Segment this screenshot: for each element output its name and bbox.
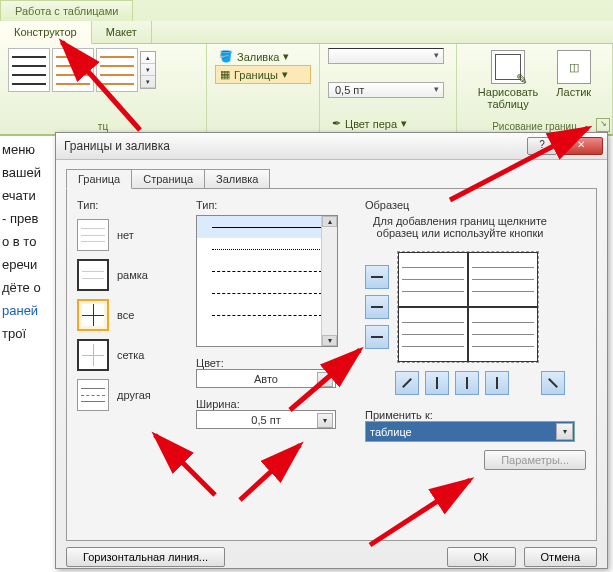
dialog-launcher[interactable]: ↘ (596, 118, 610, 132)
style-thumb[interactable] (96, 48, 138, 92)
style-thumb[interactable] (52, 48, 94, 92)
draw-table-icon: ✎ (491, 50, 525, 84)
pen-style-dropdown[interactable] (328, 48, 444, 64)
apply-to-combo[interactable]: таблице (365, 421, 575, 442)
dialog-tabs: Граница Страница Заливка (66, 168, 607, 188)
type-grid-icon (77, 339, 109, 371)
pen-weight-dropdown[interactable]: 0,5 пт (328, 82, 444, 98)
dialog-footer: Горизонтальная линия... ОК Отмена (56, 541, 607, 572)
color-combo[interactable]: Авто (196, 369, 336, 388)
document-text: менювашейечати- прево в тоеречидёте оран… (0, 138, 57, 345)
width-value: 0,5 пт (251, 414, 280, 426)
tab-layout[interactable]: Макет (92, 21, 152, 43)
horizontal-line-button[interactable]: Горизонтальная линия... (66, 547, 225, 567)
pen-color-label: Цвет пера (345, 118, 397, 130)
preview-hint: Для добавления границ щелкните образец и… (365, 215, 555, 239)
draw-table-button[interactable]: ✎ Нарисовать таблицу (472, 48, 544, 112)
border-diag-down-button[interactable] (395, 371, 419, 395)
gallery-spinner[interactable]: ▴▾▾ (140, 51, 156, 89)
style-column: Тип: Цвет: Авто Ширина: 0,5 пт (196, 199, 351, 530)
border-center-button[interactable] (455, 371, 479, 395)
cancel-button[interactable]: Отмена (524, 547, 597, 567)
style-gallery[interactable]: ▴▾▾ (8, 48, 198, 92)
type-none-label: нет (117, 229, 134, 241)
type-header: Тип: (77, 199, 182, 211)
tab-design[interactable]: Конструктор (0, 21, 92, 44)
group-label-draw: Рисование границ (492, 121, 577, 132)
pen-icon: ✒ (332, 117, 341, 130)
dialog-panel: Тип: нет рамка все сетка (66, 188, 597, 541)
type-custom-label: другая (117, 389, 151, 401)
borders-label: Границы (234, 69, 278, 81)
shading-button[interactable]: 🪣 Заливка ▾ (215, 48, 311, 65)
grid-icon: ▦ (220, 68, 230, 81)
border-middle-button[interactable] (365, 295, 389, 319)
type-all-label: все (117, 309, 134, 321)
context-tab-table-tools: Работа с таблицами (0, 0, 133, 21)
style-thumb[interactable] (8, 48, 50, 92)
type-all-icon (77, 299, 109, 331)
preview-header: Образец (365, 199, 586, 211)
type-custom[interactable]: другая (77, 379, 182, 411)
borders-shading-dialog: Границы и заливка ? ✕ Граница Страница З… (55, 132, 608, 569)
ribbon: Работа с таблицами Конструктор Макет ▴▾▾… (0, 0, 613, 136)
group-pen: 0,5 пт ✒ Цвет пера ▾ (320, 44, 457, 134)
color-label: Цвет: (196, 357, 351, 369)
preview-h-buttons (365, 265, 389, 349)
ribbon-body: ▴▾▾ тц 🪣 Заливка ▾ ▦ Границы ▾ 0,5 пт ✒ … (0, 44, 613, 135)
ok-button[interactable]: ОК (447, 547, 516, 567)
apply-value: таблице (370, 426, 412, 438)
style-header: Тип: (196, 199, 351, 211)
type-grid[interactable]: сетка (77, 339, 182, 371)
options-button[interactable]: Параметры... (484, 450, 586, 470)
dialog-tab-page[interactable]: Страница (131, 169, 205, 189)
eraser-button[interactable]: ◫ Ластик (550, 48, 597, 112)
eraser-icon: ◫ (557, 50, 591, 84)
type-box[interactable]: рамка (77, 259, 182, 291)
border-bottom-button[interactable] (365, 325, 389, 349)
preview-column: Образец Для добавления границ щелкните о… (365, 199, 586, 530)
listbox-scrollbar[interactable] (321, 216, 337, 346)
dialog-tab-fill[interactable]: Заливка (204, 169, 270, 189)
dialog-titlebar[interactable]: Границы и заливка ? ✕ (56, 133, 607, 160)
close-button[interactable]: ✕ (559, 137, 603, 155)
border-right-button[interactable] (485, 371, 509, 395)
width-combo[interactable]: 0,5 пт (196, 410, 336, 429)
type-none-icon (77, 219, 109, 251)
ribbon-tabs: Конструктор Макет (0, 21, 613, 44)
type-all[interactable]: все (77, 299, 182, 331)
type-none[interactable]: нет (77, 219, 182, 251)
dialog-title: Границы и заливка (64, 139, 170, 153)
draw-table-label: Нарисовать таблицу (478, 86, 538, 110)
borders-button[interactable]: ▦ Границы ▾ (215, 65, 311, 84)
preview-v-buttons (395, 371, 586, 395)
type-column: Тип: нет рамка все сетка (77, 199, 182, 530)
group-shading-borders: 🪣 Заливка ▾ ▦ Границы ▾ (207, 44, 320, 134)
type-box-icon (77, 259, 109, 291)
type-box-label: рамка (117, 269, 148, 281)
group-draw-borders: ✎ Нарисовать таблицу ◫ Ластик Рисование … (457, 44, 613, 134)
apply-label: Применить к: (365, 409, 586, 421)
dialog-tab-border[interactable]: Граница (66, 169, 132, 189)
color-value: Авто (254, 373, 278, 385)
type-grid-label: сетка (117, 349, 144, 361)
type-custom-icon (77, 379, 109, 411)
group-label-styles: тц (8, 121, 198, 132)
line-style-listbox[interactable] (196, 215, 338, 347)
width-label: Ширина: (196, 398, 351, 410)
border-diag-up-button[interactable] (541, 371, 565, 395)
pen-color-button[interactable]: ✒ Цвет пера ▾ (328, 115, 448, 132)
border-top-button[interactable] (365, 265, 389, 289)
shading-label: Заливка (237, 51, 279, 63)
group-table-styles: ▴▾▾ тц (0, 44, 207, 134)
border-left-button[interactable] (425, 371, 449, 395)
eraser-label: Ластик (556, 86, 591, 98)
preview-box[interactable] (397, 251, 539, 363)
help-button[interactable]: ? (527, 137, 557, 155)
bucket-icon: 🪣 (219, 50, 233, 63)
